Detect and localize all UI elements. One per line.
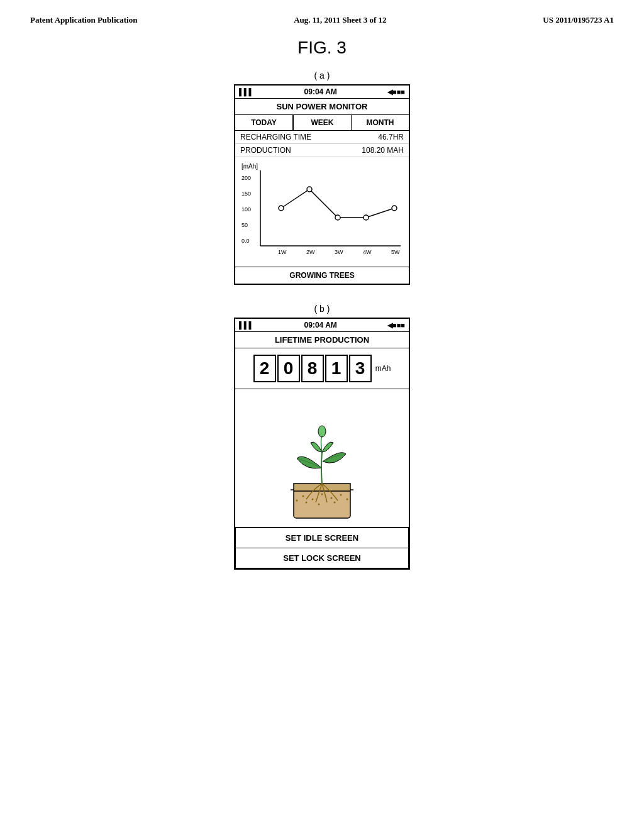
status-bar-b: ▌▌▌ 09:04 AM ◀■■■ — [235, 319, 409, 332]
svg-point-10 — [296, 499, 298, 501]
patent-right-header: US 2011/0195723 A1 — [543, 15, 614, 25]
x-3w: 3W — [335, 249, 343, 255]
time-b: 09:04 AM — [304, 321, 337, 329]
mah-unit: mAh — [375, 364, 391, 373]
x-5w: 5W — [391, 249, 400, 255]
svg-point-6 — [306, 501, 308, 503]
patent-header: Patent Application Publication Aug. 11, … — [0, 0, 644, 31]
dot-4w — [364, 215, 369, 220]
y-150: 150 — [242, 191, 251, 197]
battery-icon-b: ◀■■■ — [387, 321, 405, 329]
y-00: 0.0 — [242, 238, 250, 244]
y-100: 100 — [242, 206, 251, 213]
digit-2: 8 — [301, 355, 324, 382]
svg-point-4 — [331, 497, 333, 499]
app-title-b: LIFETIME PRODUCTION — [235, 332, 409, 348]
signal-icon-b: ▌▌▌ — [239, 321, 253, 329]
tab-month[interactable]: MONTH — [352, 115, 409, 130]
chart-area-a: [mAh] 200 150 100 50 0.0 1W 2W 3W 4W — [235, 157, 409, 267]
panel-b: ( b ) ▌▌▌ 09:04 AM ◀■■■ LIFETIME PRODUCT… — [234, 304, 410, 570]
stat-recharging-label: RECHARGING TIME — [240, 133, 311, 141]
dot-1w — [279, 206, 284, 211]
dot-5w — [392, 206, 397, 211]
growing-trees-bar[interactable]: GROWING TREES — [235, 267, 409, 284]
phone-a: ▌▌▌ 09:04 AM ◀■■■ SUN POWER MONITOR TODA… — [234, 84, 410, 285]
x-4w: 4W — [363, 249, 372, 255]
dot-3w — [335, 215, 340, 220]
y-50: 50 — [242, 222, 248, 228]
stat-production-label: PRODUCTION — [240, 146, 291, 155]
panel-b-label: ( b ) — [234, 304, 410, 314]
tabs-a: TODAY WEEK MONTH — [235, 115, 409, 131]
time-a: 09:04 AM — [304, 87, 337, 96]
stat-production-value: 108.20 MAH — [362, 146, 404, 155]
set-lock-screen-button[interactable]: SET LOCK SCREEN — [235, 548, 409, 568]
chart-line — [281, 189, 394, 218]
patent-left-header: Patent Application Publication — [30, 15, 137, 25]
chart-svg-a: [mAh] 200 150 100 50 0.0 1W 2W 3W 4W — [240, 161, 404, 262]
digit-1: 0 — [277, 355, 300, 382]
digit-0: 2 — [253, 355, 276, 382]
y-200: 200 — [242, 175, 251, 181]
figure-title: FIG. 3 — [0, 38, 644, 58]
svg-point-3 — [321, 493, 323, 495]
set-idle-screen-button[interactable]: SET IDLE SCREEN — [235, 528, 409, 548]
status-bar-a: ▌▌▌ 09:04 AM ◀■■■ — [235, 86, 409, 99]
svg-point-2 — [312, 498, 314, 500]
panel-a-label: ( a ) — [234, 70, 410, 80]
battery-icon-a: ◀■■■ — [387, 88, 405, 96]
svg-point-9 — [347, 498, 348, 500]
digit-4: 3 — [349, 355, 372, 382]
signal-icon-a: ▌▌▌ — [239, 88, 253, 96]
app-title-a: SUN POWER MONITOR — [235, 99, 409, 115]
x-2w: 2W — [306, 249, 315, 255]
main-content: ( a ) ▌▌▌ 09:04 AM ◀■■■ SUN POWER MONITO… — [0, 70, 644, 570]
panel-a: ( a ) ▌▌▌ 09:04 AM ◀■■■ SUN POWER MONITO… — [234, 70, 410, 285]
plant-area — [235, 389, 409, 528]
tab-today[interactable]: TODAY — [235, 115, 293, 130]
svg-point-13 — [318, 426, 326, 437]
patent-date-sheet: Aug. 11, 2011 Sheet 3 of 12 — [294, 15, 386, 25]
dot-2w — [307, 187, 312, 192]
svg-point-8 — [334, 501, 336, 503]
svg-point-7 — [318, 503, 320, 505]
phone-b: ▌▌▌ 09:04 AM ◀■■■ LIFETIME PRODUCTION 2 … — [234, 318, 410, 570]
stat-recharging: RECHARGING TIME 46.7HR — [235, 131, 409, 144]
digit-3: 1 — [325, 355, 348, 382]
plant-svg — [259, 392, 385, 524]
stat-recharging-value: 46.7HR — [378, 133, 404, 141]
svg-point-5 — [340, 494, 342, 495]
x-1w: 1W — [278, 249, 287, 255]
y-axis-label: [mAh] — [242, 163, 258, 170]
lifetime-display: 2 0 8 1 3 mAh — [235, 348, 409, 389]
svg-point-1 — [303, 495, 304, 497]
tab-week[interactable]: WEEK — [293, 115, 352, 130]
stat-production: PRODUCTION 108.20 MAH — [235, 144, 409, 157]
